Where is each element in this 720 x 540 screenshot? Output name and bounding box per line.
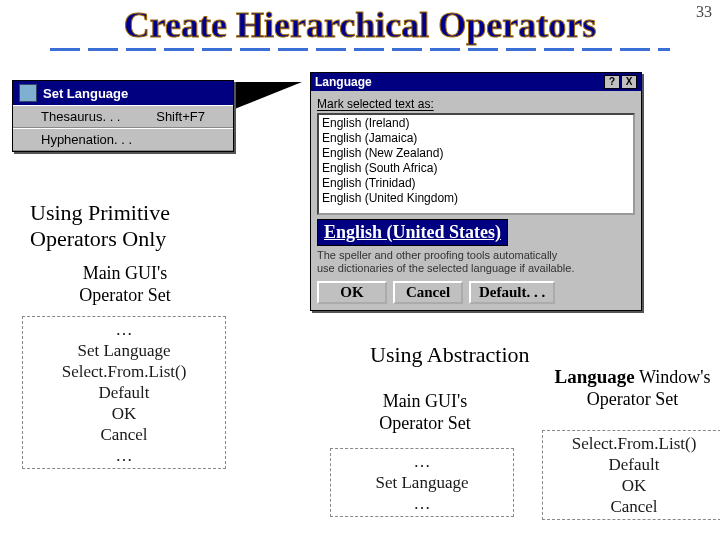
list-item: OK — [29, 403, 219, 424]
primitive-heading: Using Primitive Operators Only — [30, 200, 170, 252]
primitive-operator-list: … Set Language Select.From.List() Defaul… — [22, 316, 226, 469]
list-item: Set Language — [337, 472, 507, 493]
list-item: Select.From.List() — [549, 433, 719, 454]
dialog-title: Language — [315, 75, 372, 89]
menu-item-label: Hyphenation. . . — [41, 132, 132, 147]
list-item[interactable]: English (Jamaica) — [322, 131, 630, 146]
ok-button[interactable]: OK — [317, 281, 387, 304]
language-listbox[interactable]: English (Ireland) English (Jamaica) Engl… — [317, 113, 635, 215]
dialog-titlebar: Language ? X — [311, 73, 641, 91]
list-item[interactable]: English (New Zealand) — [322, 146, 630, 161]
list-item[interactable]: English (Trinidad) — [322, 176, 630, 191]
list-item: Cancel — [549, 496, 719, 517]
language-dialog: Language ? X Mark selected text as: Engl… — [310, 72, 642, 311]
title-underline — [50, 48, 670, 51]
menu-item-label: Set Language — [43, 86, 128, 101]
list-item: Set Language — [29, 340, 219, 361]
hint-line: use dictionaries of the selected languag… — [317, 262, 574, 274]
dialog-hint: The speller and other proofing tools aut… — [317, 249, 635, 275]
list-item: … — [29, 445, 219, 466]
menu-item-label: Thesaurus. . . — [41, 109, 120, 124]
globe-icon — [19, 84, 37, 102]
list-item: … — [337, 451, 507, 472]
dialog-button-row: OK Cancel Default. . . — [317, 281, 635, 304]
main-opset-label-right: Main GUI's Operator Set — [335, 390, 515, 434]
list-item: … — [337, 493, 507, 514]
list-item: Select.From.List() — [29, 361, 219, 382]
menu-item-set-language[interactable]: Set Language — [13, 81, 233, 105]
callout-arrow — [232, 82, 302, 110]
close-icon[interactable]: X — [621, 75, 637, 89]
cancel-button[interactable]: Cancel — [393, 281, 463, 304]
abstraction-heading: Using Abstraction — [370, 342, 530, 368]
list-item: Default — [549, 454, 719, 475]
list-item: Default — [29, 382, 219, 403]
language-window-opset-label: Language Window's Operator Set — [540, 366, 720, 410]
menu-item-accel: Shift+F7 — [156, 109, 205, 124]
list-item[interactable]: English (Ireland) — [322, 116, 630, 131]
main-opset-label-left: Main GUI's Operator Set — [40, 262, 210, 306]
list-item: OK — [549, 475, 719, 496]
list-item: Cancel — [29, 424, 219, 445]
selected-language: English (United States) — [317, 219, 508, 246]
language-window-operator-list: Select.From.List() Default OK Cancel — [542, 430, 720, 520]
hint-line: The speller and other proofing tools aut… — [317, 249, 557, 261]
word-language-menu: Set Language Thesaurus. . . Shift+F7 Hyp… — [12, 80, 234, 152]
list-item[interactable]: English (United Kingdom) — [322, 191, 630, 206]
dialog-label: Mark selected text as: — [317, 97, 635, 111]
list-item: … — [29, 319, 219, 340]
list-item[interactable]: English (South Africa) — [322, 161, 630, 176]
menu-item-hyphenation[interactable]: Hyphenation. . . — [13, 128, 233, 151]
abstraction-main-operator-list: … Set Language … — [330, 448, 514, 517]
help-icon[interactable]: ? — [604, 75, 620, 89]
default-button[interactable]: Default. . . — [469, 281, 555, 304]
menu-item-thesaurus[interactable]: Thesaurus. . . Shift+F7 — [13, 105, 233, 128]
slide-number: 33 — [696, 3, 712, 21]
slide-title: Create Hierarchical Operators — [0, 4, 720, 46]
